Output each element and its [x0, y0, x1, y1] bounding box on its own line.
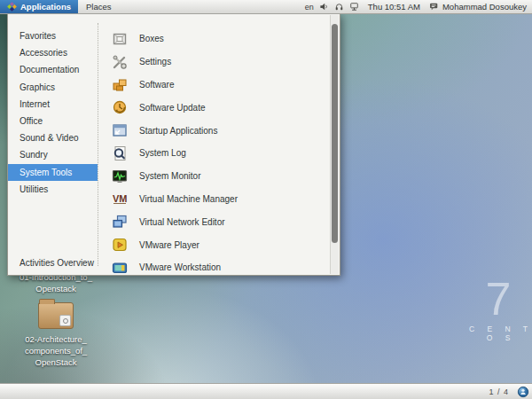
places-menu-button[interactable]: Places [78, 0, 120, 13]
sidebar-item-utilities[interactable]: Utilities [8, 181, 98, 198]
centos-watermark: 7 C E N T O S [461, 277, 532, 342]
volume-icon[interactable] [319, 2, 329, 12]
menu-scrollbar-thumb[interactable] [332, 24, 338, 243]
vmware-workstation-icon [112, 260, 128, 276]
startup-applications-icon [112, 122, 128, 138]
category-list: FavoritesAccessoriesDocumentationGraphic… [8, 27, 98, 198]
system-log-icon [112, 145, 128, 161]
applications-menu-label: Applications [20, 2, 71, 12]
clock[interactable]: Thu 10:51 AM [364, 2, 424, 12]
centos-wordmark: C E N T O S [461, 325, 532, 342]
software-icon [112, 76, 128, 92]
application-list: Boxes Settings Software Software Update … [98, 27, 322, 276]
sidebar-item-office[interactable]: Office [8, 113, 98, 129]
sidebar-item-system-tools[interactable]: System Tools [8, 164, 98, 181]
menu-item-virtual-network-editor[interactable]: Virtual Network Editor [98, 210, 322, 233]
menu-item-boxes[interactable]: Boxes [98, 27, 322, 51]
centos-7-numeral: 7 [461, 277, 532, 321]
keyboard-layout-indicator[interactable]: en [305, 3, 314, 12]
svg-text:VM: VM [113, 193, 128, 204]
menu-item-system-monitor[interactable]: System Monitor [98, 165, 322, 188]
top-panel: Applications Places en Thu 10:51 AM Moha… [0, 0, 532, 14]
chat-icon [429, 2, 439, 12]
bottom-panel: 1 / 4 [0, 383, 532, 399]
boxes-icon [112, 31, 128, 47]
places-menu-label: Places [86, 2, 112, 12]
lock-emblem-icon [59, 315, 71, 326]
applications-menu-popup: FavoritesAccessoriesDocumentationGraphic… [7, 13, 340, 276]
menu-item-settings[interactable]: Settings [98, 51, 322, 74]
sidebar-item-internet[interactable]: Internet [8, 96, 98, 113]
applications-logo-icon [7, 2, 17, 12]
user-name: Mohammad Dosoukey [442, 2, 527, 12]
settings-icon [112, 54, 128, 70]
virtual-machine-manager-icon: VM [112, 191, 128, 207]
applications-menu-button[interactable]: Applications [0, 0, 78, 13]
menu-scrollbar[interactable] [330, 15, 339, 274]
top-panel-status-area: en Thu 10:51 AM Mohammad Dosoukey [305, 0, 532, 13]
user-menu[interactable]: Mohammad Dosoukey [429, 2, 527, 12]
display-icon[interactable] [349, 2, 359, 12]
desktop-icon-02-architecture-components-of-openstack[interactable]: 02-Architecture_ components_of_ OpenStac… [9, 302, 103, 368]
menu-item-software[interactable]: Software [98, 74, 322, 97]
sidebar-item-graphics[interactable]: Graphics [8, 79, 98, 96]
menu-item-system-log[interactable]: System Log [98, 142, 322, 165]
vmware-player-icon [112, 237, 128, 253]
system-monitor-icon [112, 168, 128, 184]
headphones-icon[interactable] [334, 2, 344, 12]
folder-icon [38, 302, 74, 329]
menu-item-virtual-machine-manager[interactable]: VM Virtual Machine Manager [98, 188, 322, 211]
menu-item-vmware-player[interactable]: VMware Player [98, 233, 322, 256]
tray-blue-icon[interactable] [517, 386, 529, 398]
virtual-network-editor-icon [112, 214, 128, 230]
desktop-icon-label: 02-Architecture_ components_of_ OpenStac… [9, 333, 103, 368]
sidebar-item-sundry[interactable]: Sundry [8, 146, 98, 163]
sidebar-item-favorites[interactable]: Favorites [8, 27, 98, 44]
sidebar-item-documentation[interactable]: Documentation [8, 61, 98, 78]
menu-item-software-update[interactable]: Software Update [98, 96, 322, 119]
sidebar-item-sound-video[interactable]: Sound & Video [8, 129, 98, 146]
workspace-indicator[interactable]: 1 / 4 [486, 387, 512, 396]
menu-item-startup-applications[interactable]: Startup Applications [98, 119, 322, 142]
sidebar-item-accessories[interactable]: Accessories [8, 44, 98, 61]
software-update-icon [112, 99, 128, 115]
menu-item-vmware-workstation[interactable]: VMware Workstation [98, 256, 322, 276]
activities-overview-link[interactable]: Activities Overview [20, 258, 94, 268]
